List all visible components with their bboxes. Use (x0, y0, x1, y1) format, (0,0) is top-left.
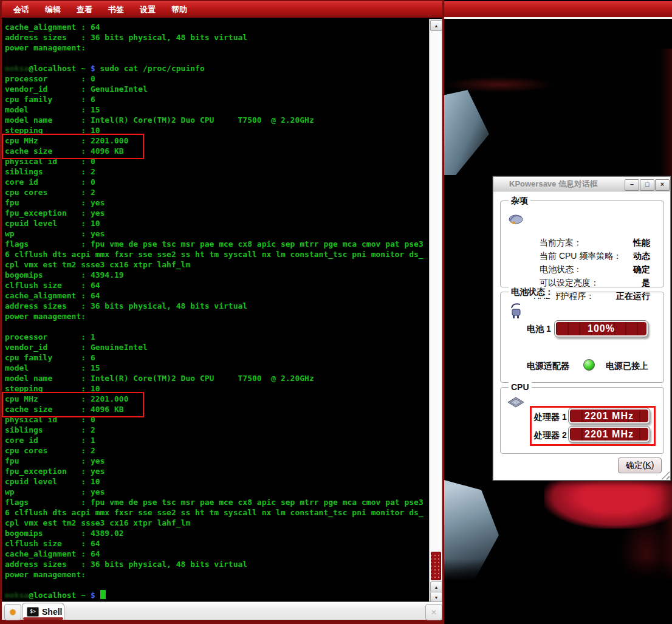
terminal-line: bogomips : 4389.02 (5, 528, 429, 538)
processor2-label: 处理器 2 (534, 430, 567, 441)
terminal-line: cache size : 4096 KB (5, 404, 429, 414)
menu-item-session[interactable]: 会话 (5, 1, 37, 18)
terminal-line: clflush size : 64 (5, 280, 429, 290)
close-button[interactable]: × (655, 179, 670, 191)
processor1-label: 处理器 1 (534, 412, 567, 423)
terminal-line: physical id : 0 (5, 414, 429, 425)
group-misc-title: 杂项 (509, 196, 530, 207)
terminal-line: wp : yes (5, 487, 429, 497)
wallpaper-bottom-black (444, 559, 672, 624)
maximize-button[interactable]: □ (640, 179, 654, 191)
menu-item-view[interactable]: 查看 (69, 1, 100, 18)
terminal-line: fpu : yes (5, 456, 429, 466)
terminal-line: flags : fpu vme de pse tsc msr pae mce c… (5, 497, 429, 507)
active-tab-underline (23, 617, 63, 620)
terminal-line: cpl vmx est tm2 ssse3 cx16 xtpr lahf_lm (5, 518, 429, 528)
terminal-line: siblings : 2 (5, 425, 429, 435)
misc-row-label: 电池状态： (540, 264, 582, 275)
ok-button[interactable]: 确定(K) (618, 458, 662, 473)
terminal-line: cpu family : 6 (5, 94, 429, 105)
terminal-line: vendor_id : GenuineIntel (5, 342, 429, 352)
ok-button-label: 确定(K) (626, 460, 654, 471)
misc-row-value: 确定 (633, 264, 650, 275)
minimize-button[interactable]: – (625, 179, 639, 191)
close-session-button[interactable]: ✕ (425, 604, 442, 620)
battery-gauge: 100% (554, 320, 648, 337)
misc-row: 电池状态： 确定 (540, 263, 650, 276)
misc-row-value: 是 (642, 278, 650, 289)
terminal-line: cache size : 4096 KB (5, 146, 429, 156)
terminal-line: 6 clflush dts acpi mmx fxsr sse sse2 ss … (5, 507, 429, 518)
prompt-host: @localhost ~ (29, 591, 91, 600)
terminal-line: 6 clflush dts acpi mmx fxsr sse sse2 ss … (5, 249, 429, 259)
menu-bar: 会话 编辑 查看 书签 设置 帮助 (2, 1, 442, 18)
terminal-output[interactable]: cache_alignment : 64address sizes : 36 b… (2, 18, 429, 602)
misc-row-value: 性能 (633, 238, 650, 249)
scrollbar-up-button-top[interactable]: ▲ (430, 20, 442, 31)
prompt-host: @localhost ~ (29, 64, 91, 73)
window-border-right (442, 0, 444, 624)
scrollbar-thumb[interactable] (431, 552, 441, 580)
new-session-button[interactable]: ✹ (4, 604, 21, 620)
group-misc: 杂项 当前方案： 性能 当前 CPU 频率策略： 动态 电池状态： 确定 可以设… (500, 201, 664, 287)
terminal-line: model name : Intel(R) Core(TM)2 Duo CPU … (5, 373, 429, 383)
konsole-window: 会话 编辑 查看 书签 设置 帮助 cache_alignment : 64ad… (0, 0, 444, 624)
terminal-line: address sizes : 36 bits physical, 48 bit… (5, 32, 429, 43)
terminal-line: cpu cores : 2 (5, 187, 429, 197)
wallpaper-blue-patch-top (444, 90, 489, 175)
group-battery: 电池状态： 电池 1 100% 电源适配器 电源已接上 (500, 292, 664, 383)
terminal-line: stepping : 10 (5, 125, 429, 135)
terminal-line: model name : Intel(R) Core(TM)2 Duo CPU … (5, 115, 429, 125)
terminal-line: cpl vmx est tm2 ssse3 cx16 xtpr lahf_lm (5, 259, 429, 270)
processor2-gauge: 2201 MHz (568, 426, 650, 442)
desktop-strip-underline (444, 17, 672, 19)
terminal-prompt-line: moksa@localhost ~ $ (5, 590, 429, 600)
dialog-title-bar[interactable]: KPowersave 信息对话框 – □ × (493, 177, 670, 191)
down-arrow-icon: ▼ (434, 595, 439, 600)
terminal-line: power management: (5, 43, 429, 53)
window-border-bottom (0, 620, 444, 624)
up-arrow-icon: ▲ (434, 585, 439, 589)
prompt-user-masked: moksa (5, 64, 29, 73)
menu-item-edit[interactable]: 编辑 (37, 1, 69, 18)
terminal-line: address sizes : 36 bits physical, 48 bit… (5, 301, 429, 311)
menu-item-settings[interactable]: 设置 (132, 1, 163, 18)
terminal-line: siblings : 2 (5, 166, 429, 177)
terminal-line: power management: (5, 311, 429, 321)
adapter-led-icon (583, 359, 595, 371)
adapter-status: 电源已接上 (606, 361, 648, 372)
terminal-line: bogomips : 4394.19 (5, 270, 429, 280)
tab-shell-label: Shell (42, 607, 62, 617)
prompt-symbol: $ (91, 64, 95, 73)
tab-shell[interactable]: $> Shell (22, 603, 64, 620)
terminal-line (5, 321, 429, 332)
prompt-symbol: $ (91, 591, 95, 600)
group-cpu: CPU 处理器 1 2201 MHz 处理器 2 2201 MHz (500, 387, 664, 454)
terminal-line: cache_alignment : 64 (5, 22, 429, 32)
misc-row: 当前方案： 性能 (540, 236, 650, 250)
terminal-line: cpu cores : 2 (5, 445, 429, 456)
prompt-command: sudo cat /proc/cpuinfo (100, 64, 205, 73)
terminal-icon: $> (27, 607, 39, 617)
misc-row: 当前 CPU 频率策略： 动态 (540, 250, 650, 263)
wallpaper-red-smear (444, 77, 554, 92)
terminal-line: fpu : yes (5, 197, 429, 208)
kpowersave-icon (508, 212, 524, 225)
terminal-line: flags : fpu vme de pse tsc msr pae mce c… (5, 239, 429, 249)
processor1-gauge: 2201 MHz (568, 408, 650, 424)
scrollbar-up-button-bottom[interactable]: ▲ (430, 581, 442, 592)
terminal-cursor (100, 590, 106, 599)
close-session-icon: ✕ (431, 608, 437, 617)
terminal-line: fpu_exception : yes (5, 208, 429, 218)
terminal-line: cpuid level : 10 (5, 218, 429, 228)
menu-item-bookmarks[interactable]: 书签 (100, 1, 132, 18)
terminal-scrollbar[interactable]: ▲ ▲ ▼ (429, 19, 442, 602)
misc-row-label: 当前方案： (540, 238, 582, 249)
terminal-line: model : 15 (5, 363, 429, 373)
terminal-line: cpuid level : 10 (5, 476, 429, 487)
tab-bar: ✹ $> Shell ✕ (2, 602, 442, 620)
terminal-line: model : 15 (5, 105, 429, 115)
menu-item-help[interactable]: 帮助 (163, 1, 195, 18)
terminal-prompt-line: moksa@localhost ~ $ sudo cat /proc/cpuin… (5, 63, 429, 74)
resize-grip[interactable] (661, 471, 670, 479)
